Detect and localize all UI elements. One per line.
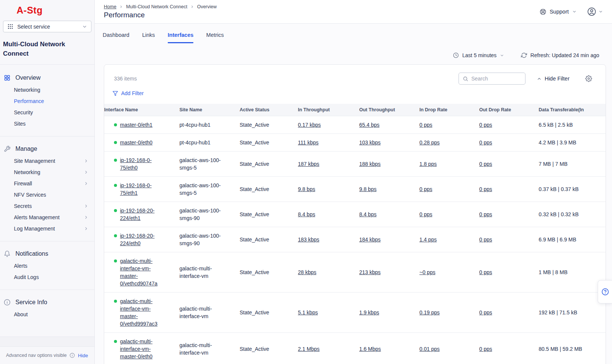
in-drop-rate-link[interactable]: ~0 pps [419, 269, 435, 275]
out-drop-rate-link[interactable]: 0 pps [479, 122, 492, 128]
in-throughput-link[interactable]: 2.1 Mbps [298, 346, 320, 352]
refresh-control[interactable]: Refresh: Updated 24 min ago [521, 52, 599, 58]
add-filter-button[interactable]: Add Filter [112, 90, 144, 96]
breadcrumb: Home Multi-Cloud Network Connect Overvie… [104, 4, 217, 9]
chevron-up-icon [537, 76, 542, 81]
hide-filter-toggle[interactable]: Hide Filter [537, 76, 569, 82]
sidebar-item-firewall[interactable]: Firewall [0, 178, 94, 189]
user-menu[interactable] [587, 7, 603, 16]
in-throughput-link[interactable]: 28 kbps [298, 269, 316, 275]
service-selector[interactable]: Select service [3, 21, 91, 32]
out-throughput-link[interactable]: 184 kbps [359, 237, 381, 243]
out-throughput-link[interactable]: 65.4 bps [359, 122, 380, 128]
out-drop-rate-link[interactable]: 0 pps [479, 161, 492, 167]
sidebar-item-alerts-management[interactable]: Alerts Management [0, 212, 94, 223]
out-throughput-link[interactable]: 8.4 bps [359, 211, 377, 217]
interface-link[interactable]: galactic-multi-interface-vm-master-0/vet… [120, 297, 162, 328]
out-throughput-link[interactable]: 188 kbps [359, 161, 381, 167]
in-throughput-link[interactable]: 183 kbps [298, 237, 319, 243]
in-drop-rate-link[interactable]: 0 pps [419, 211, 432, 217]
sidebar-item-about[interactable]: About [0, 309, 94, 320]
sidebar-item-performance[interactable]: Performance [0, 96, 94, 107]
interface-link[interactable]: ip-192-168-20-224/eth0 [120, 232, 162, 247]
sidebar-item-sites[interactable]: Sites [0, 118, 94, 129]
sidebar-item-nfv-services[interactable]: NFV Services [0, 189, 94, 200]
out-throughput-link[interactable]: 1.9 kbps [359, 309, 379, 315]
in-drop-rate-link[interactable]: 1.4 pps [419, 237, 437, 243]
out-drop-rate-cell: 0 pps [479, 133, 539, 151]
breadcrumb-home[interactable]: Home [104, 4, 116, 9]
sidebar-item-networking[interactable]: Networking [0, 167, 94, 178]
sidebar-item-security[interactable]: Security [0, 107, 94, 118]
data-transferable-cell: 192 kB | 71.5 kB [539, 292, 606, 332]
out-drop-rate-link[interactable]: 0 pps [479, 269, 492, 275]
sidebar-item-manage[interactable]: Manage [0, 143, 94, 155]
interface-name-cell: galactic-multi-interface-vm-master-0/eth… [104, 332, 179, 364]
sidebar-item-site-management[interactable]: Site Management [0, 155, 94, 167]
sidebar-item-alerts[interactable]: Alerts [0, 260, 94, 271]
out-drop-rate-link[interactable]: 0 pps [479, 309, 492, 315]
interface-link[interactable]: ip-192-168-0-75/eth0 [120, 156, 162, 171]
advanced-nav-label: Advanced nav options visible [6, 353, 67, 358]
out-drop-rate-link[interactable]: 0 pps [479, 211, 492, 217]
table-row: ip-192-168-0-75/eth0 galactic-aws-100-sm… [104, 151, 606, 176]
interface-link[interactable]: galactic-multi-interface-vm-master-0/eth… [120, 338, 162, 360]
in-drop-rate-link[interactable]: 0.19 pps [419, 309, 440, 315]
in-drop-rate-link[interactable]: 0 pps [419, 186, 432, 192]
chevron-right-icon [84, 215, 88, 220]
in-drop-rate-link[interactable]: 0.01 pps [419, 346, 440, 352]
out-throughput-link[interactable]: 213 kbps [359, 269, 381, 275]
tab-dashboard[interactable]: Dashboard [103, 29, 129, 43]
wrench-icon [4, 146, 11, 152]
interface-link[interactable]: galactic-multi-interface-vm-master-0/vet… [120, 257, 162, 287]
support-menu[interactable]: Support [540, 9, 577, 15]
sidebar-item-label: Alerts [14, 263, 27, 269]
interface-link[interactable]: master-0/eth1 [120, 121, 152, 129]
sidebar-item-log-management[interactable]: Log Management [0, 223, 94, 234]
time-range-selector[interactable]: Last 5 minutes [453, 52, 504, 58]
help-button[interactable] [598, 280, 612, 303]
out-throughput-link[interactable]: 103 kbps [359, 140, 381, 146]
column-header: Out Throughput [359, 104, 419, 116]
hide-nav-link[interactable]: Hide [78, 353, 88, 358]
table-settings-button[interactable] [585, 75, 592, 82]
interface-link[interactable]: ip-192-168-20-224/eth1 [120, 207, 162, 222]
in-throughput-link[interactable]: 8.4 bps [298, 211, 315, 217]
out-throughput-link[interactable]: 1.6 Mbps [359, 346, 381, 352]
interface-link[interactable]: ip-192-168-0-75/eth1 [120, 182, 162, 197]
sidebar-item-notifications[interactable]: Notifications [0, 247, 94, 260]
sidebar-nav: Overview Networking Performance [0, 64, 94, 337]
in-throughput-link[interactable]: 5.1 kbps [298, 309, 318, 315]
in-drop-rate-link[interactable]: 0 pps [419, 122, 432, 128]
breadcrumb-service[interactable]: Multi-Cloud Network Connect [126, 4, 187, 9]
sidebar-item-service-info[interactable]: Service Info [0, 296, 94, 309]
sidebar-item-label: Audit Logs [14, 274, 39, 280]
column-header: Data Transferable(In [539, 104, 606, 116]
sidebar-item-secrets[interactable]: Secrets [0, 200, 94, 212]
search-input[interactable] [471, 76, 521, 82]
out-throughput-link[interactable]: 9.8 bps [359, 186, 377, 192]
info-circle-icon[interactable] [70, 353, 75, 358]
sidebar-item-overview[interactable]: Overview [0, 71, 94, 84]
out-drop-rate-link[interactable]: 0 pps [479, 346, 492, 352]
in-throughput-link[interactable]: 0.17 kbps [298, 122, 321, 128]
out-drop-rate-link[interactable]: 0 pps [479, 237, 492, 243]
out-drop-rate-link[interactable]: 0 pps [479, 140, 492, 146]
in-throughput-link[interactable]: 111 kbps [298, 140, 319, 146]
tab-links[interactable]: Links [142, 29, 155, 43]
tab-interfaces[interactable]: Interfaces [168, 29, 194, 43]
in-drop-rate-link[interactable]: 0.28 pps [419, 140, 440, 146]
out-drop-rate-link[interactable]: 0 pps [479, 186, 492, 192]
chevron-down-icon [82, 24, 87, 29]
in-throughput-link[interactable]: 187 kbps [298, 161, 319, 167]
in-drop-rate-link[interactable]: 1.8 pps [419, 161, 437, 167]
sidebar-item-audit-logs[interactable]: Audit Logs [0, 271, 94, 283]
interface-link[interactable]: master-0/eth0 [120, 139, 152, 146]
in-throughput-link[interactable]: 9.8 bps [298, 186, 315, 192]
clock-icon [453, 52, 459, 58]
data-transferable-cell: 0.37 kB | 0.37 kB [539, 176, 606, 202]
sidebar-item-networking[interactable]: Networking [0, 84, 94, 96]
tab-metrics[interactable]: Metrics [206, 29, 224, 43]
page-title: Performance [104, 11, 217, 19]
status-dot [114, 209, 117, 212]
